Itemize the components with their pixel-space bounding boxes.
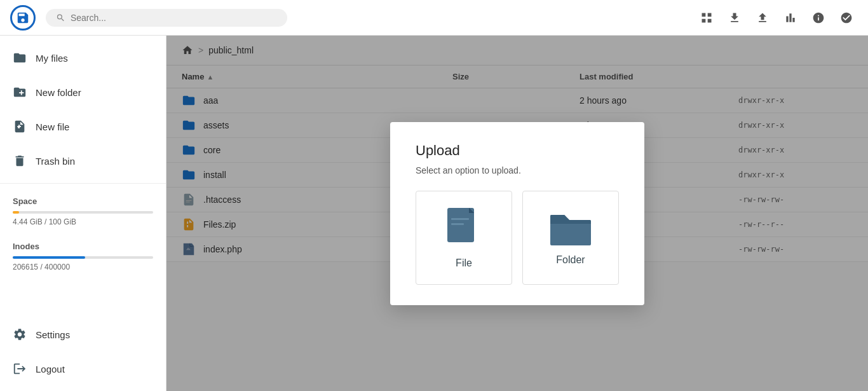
sidebar-divider bbox=[0, 183, 166, 184]
header-icons bbox=[695, 6, 858, 29]
sidebar-item-new-folder[interactable]: New folder bbox=[0, 75, 166, 109]
sidebar-item-settings[interactable]: Settings bbox=[0, 317, 166, 352]
svg-rect-4 bbox=[451, 218, 469, 220]
upload-file-icon bbox=[446, 207, 482, 250]
upload-file-option[interactable]: File bbox=[416, 191, 512, 285]
chart-button[interactable] bbox=[779, 6, 802, 29]
space-text: 4.44 GiB / 100 GiB bbox=[13, 217, 153, 226]
modal-options: File Folder bbox=[416, 191, 619, 285]
search-bar[interactable] bbox=[46, 9, 287, 27]
sidebar-item-new-file[interactable]: New file bbox=[0, 109, 166, 144]
search-icon bbox=[56, 13, 65, 23]
inodes-progress-bg bbox=[13, 256, 153, 259]
sidebar-item-new-file-label: New file bbox=[36, 121, 69, 132]
svg-rect-5 bbox=[451, 223, 464, 225]
search-input[interactable] bbox=[71, 13, 277, 23]
inodes-progress-fill bbox=[13, 256, 85, 259]
space-progress-bg bbox=[13, 211, 153, 214]
sidebar-item-my-files[interactable]: My files bbox=[0, 41, 166, 75]
sidebar-item-trash-bin-label: Trash bin bbox=[36, 156, 75, 167]
sidebar-item-trash-bin[interactable]: Trash bin bbox=[0, 144, 166, 178]
modal-title: Upload bbox=[416, 142, 619, 159]
settings-icon bbox=[13, 327, 27, 341]
upload-folder-option[interactable]: Folder bbox=[522, 191, 619, 285]
space-section: Space 4.44 GiB / 100 GiB bbox=[0, 189, 166, 234]
upload-overlay: Upload Select an option to upload. File bbox=[166, 36, 868, 391]
grid-view-button[interactable] bbox=[695, 6, 718, 29]
sidebar: My files New folder New file Trash bin S… bbox=[0, 36, 166, 391]
modal-subtitle: Select an option to upload. bbox=[416, 165, 619, 175]
sidebar-item-logout-label: Logout bbox=[36, 364, 65, 374]
sidebar-item-my-files-label: My files bbox=[36, 53, 68, 64]
sidebar-item-new-folder-label: New folder bbox=[36, 87, 81, 98]
sidebar-item-settings-label: Settings bbox=[36, 329, 70, 340]
inodes-section: Inodes 206615 / 400000 bbox=[0, 234, 166, 279]
app-logo[interactable] bbox=[10, 5, 36, 31]
upload-button[interactable] bbox=[751, 6, 774, 29]
inodes-text: 206615 / 400000 bbox=[13, 263, 153, 271]
upload-folder-icon bbox=[548, 210, 593, 247]
info-button[interactable] bbox=[807, 6, 830, 29]
space-label: Space bbox=[13, 196, 153, 206]
main-content: > public_html Name ▲ Size Last modified … bbox=[166, 36, 868, 391]
sidebar-item-logout[interactable]: Logout bbox=[0, 352, 166, 386]
space-progress-fill bbox=[13, 211, 19, 214]
add-file-icon bbox=[13, 120, 27, 134]
inodes-label: Inodes bbox=[13, 242, 153, 251]
trash-icon bbox=[13, 154, 27, 168]
upload-folder-label: Folder bbox=[556, 254, 585, 266]
folder-icon bbox=[13, 51, 27, 65]
upload-modal: Upload Select an option to upload. File bbox=[390, 122, 644, 305]
header bbox=[0, 0, 868, 36]
download-button[interactable] bbox=[723, 6, 746, 29]
logout-icon bbox=[13, 362, 27, 376]
upload-file-label: File bbox=[456, 257, 472, 269]
add-folder-icon bbox=[13, 85, 27, 99]
check-button[interactable] bbox=[835, 6, 858, 29]
